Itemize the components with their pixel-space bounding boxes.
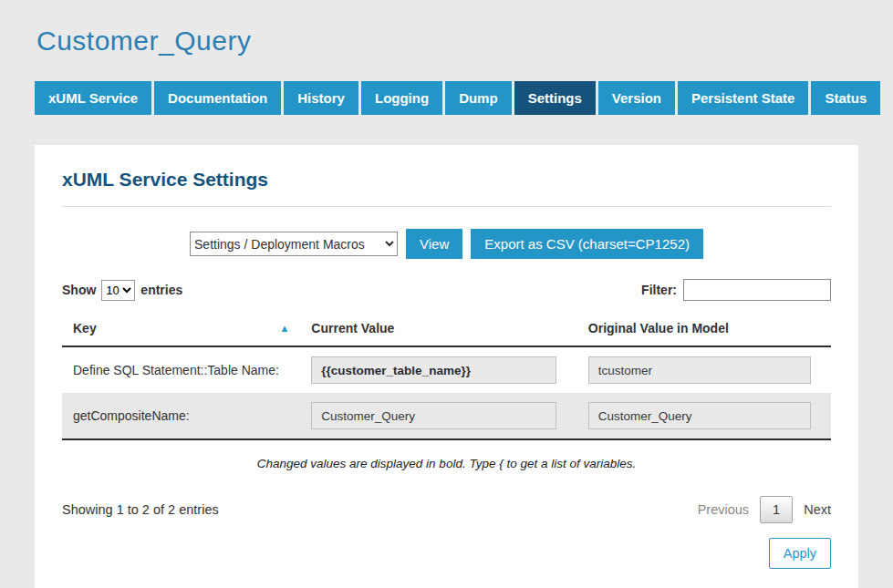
tab-dump[interactable]: Dump [445,81,512,115]
apply-row: Apply [62,538,831,574]
show-entries: Show 10 entries [62,280,182,301]
view-controls: Settings / Deployment Macros View Export… [62,229,831,259]
table-header-row: Key ▲ Current Value Original Value in Mo… [62,312,831,346]
export-csv-button[interactable]: Export as CSV (charset=CP1252) [471,229,703,259]
tab-status[interactable]: Status [811,81,880,115]
table-footer: Showing 1 to 2 of 2 entries Previous 1 N… [62,496,831,523]
current-value-input[interactable] [311,402,556,429]
tab-logging[interactable]: Logging [361,81,442,115]
row-key-label: Define SQL Statement::Table Name: [62,346,300,393]
settings-table: Key ▲ Current Value Original Value in Mo… [62,312,831,440]
view-button[interactable]: View [406,229,462,259]
tab-bar: xUML Service Documentation History Loggi… [35,81,858,115]
page-length-select[interactable]: 10 [101,280,135,301]
column-header-original-value[interactable]: Original Value in Model [577,312,831,346]
apply-button[interactable]: Apply [769,538,831,569]
column-header-current-value[interactable]: Current Value [300,312,576,346]
tab-persistent-state[interactable]: Persistent State [678,81,808,115]
show-entries-prefix: Show [62,283,96,297]
changed-values-note: Changed values are displayed in bold. Ty… [62,457,831,470]
table-row: Define SQL Statement::Table Name: [62,346,831,393]
tab-xuml-service[interactable]: xUML Service [35,81,151,115]
tab-version[interactable]: Version [598,81,675,115]
page-title: Customer_Query [36,26,858,57]
list-controls: Show 10 entries Filter: [62,279,831,301]
tab-settings[interactable]: Settings [514,81,596,115]
column-header-key[interactable]: Key ▲ [62,312,300,346]
tab-history[interactable]: History [284,81,358,115]
next-page-button[interactable]: Next [804,502,831,517]
sort-ascending-icon[interactable]: ▲ [279,321,289,335]
column-header-key-label: Key [73,321,97,335]
filter-input[interactable] [683,279,831,301]
filter: Filter: [641,279,831,301]
entries-summary: Showing 1 to 2 of 2 entries [62,502,219,517]
filter-label: Filter: [641,283,677,297]
original-value-field [588,402,811,429]
row-key-label: getCompositeName: [62,393,300,439]
pagination: Previous 1 Next [698,496,831,523]
page-number-button[interactable]: 1 [760,496,793,523]
settings-panel: xUML Service Settings Settings / Deploym… [35,145,858,588]
panel-heading: xUML Service Settings [62,169,831,207]
show-entries-suffix: entries [140,283,182,297]
page: Customer_Query xUML Service Documentatio… [0,0,893,588]
current-value-input[interactable] [311,356,556,384]
tab-documentation[interactable]: Documentation [154,81,281,115]
previous-page-button[interactable]: Previous [698,502,749,517]
table-row: getCompositeName: [62,393,831,439]
original-value-field [588,356,811,384]
settings-category-select[interactable]: Settings / Deployment Macros [190,232,398,256]
